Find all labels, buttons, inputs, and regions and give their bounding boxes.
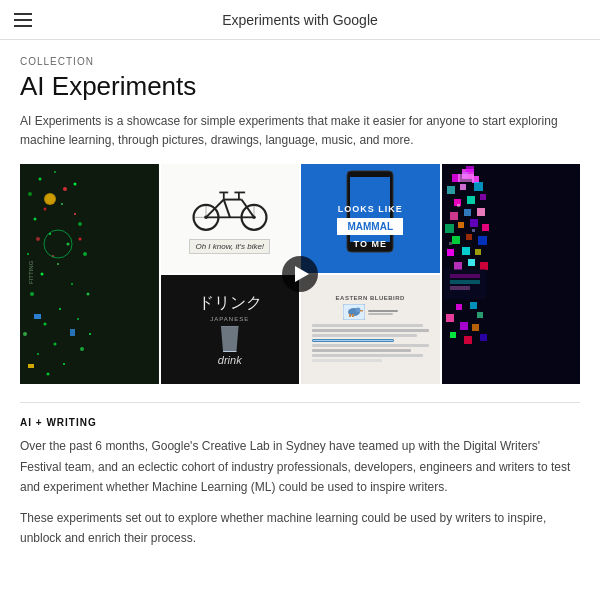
svg-point-24: [80, 347, 84, 351]
svg-rect-78: [466, 234, 472, 240]
svg-rect-75: [470, 219, 478, 227]
svg-text:FITTING: FITTING: [28, 261, 34, 285]
svg-point-18: [44, 323, 47, 326]
svg-rect-104: [458, 174, 474, 182]
svg-point-10: [27, 253, 29, 255]
svg-rect-73: [445, 224, 454, 233]
drink-cup: [219, 326, 241, 352]
svg-rect-82: [475, 249, 481, 255]
svg-rect-86: [457, 204, 460, 207]
svg-rect-68: [467, 196, 475, 204]
svg-rect-93: [456, 304, 462, 310]
svg-point-6: [34, 218, 37, 221]
svg-point-21: [89, 333, 91, 335]
svg-rect-87: [472, 229, 475, 232]
svg-point-17: [59, 308, 61, 310]
mammal-badge: MAMMAL: [337, 218, 403, 235]
svg-rect-81: [462, 247, 470, 255]
svg-point-2: [54, 171, 56, 173]
svg-rect-66: [474, 182, 483, 191]
section-tag: AI + WRITING: [20, 417, 580, 428]
media-cell-pixels: [442, 164, 581, 384]
header-title: Experiments with Google: [222, 12, 378, 28]
svg-rect-108: [360, 310, 363, 312]
svg-rect-100: [464, 336, 472, 344]
media-cell-bluebird: EASTERN BLUEBIRD: [301, 275, 440, 384]
bluebird-content: EASTERN BLUEBIRD: [301, 275, 440, 384]
svg-rect-101: [480, 334, 487, 341]
svg-point-30: [36, 237, 40, 241]
svg-point-11: [83, 252, 87, 256]
svg-point-26: [47, 373, 50, 376]
phone-content: LOOKS LIKE MAMMAL TO ME: [301, 164, 440, 273]
bike-label: Oh I know, it's bike!: [189, 239, 270, 254]
svg-rect-37: [28, 364, 34, 368]
collection-label: COLLECTION: [20, 56, 580, 67]
svg-rect-90: [450, 274, 480, 278]
svg-point-34: [45, 194, 55, 204]
svg-point-22: [54, 343, 57, 346]
drink-text: drink: [218, 354, 242, 366]
svg-rect-92: [450, 286, 470, 290]
svg-line-47: [224, 200, 230, 218]
svg-rect-97: [460, 322, 468, 330]
svg-rect-110: [352, 314, 354, 317]
svg-rect-96: [477, 312, 483, 318]
svg-line-44: [206, 200, 224, 218]
svg-point-14: [71, 283, 73, 285]
play-button[interactable]: [282, 256, 318, 292]
svg-rect-36: [70, 329, 75, 336]
svg-rect-83: [454, 262, 462, 270]
section-body-1: Over the past 6 months, Google's Creativ…: [20, 436, 580, 497]
svg-rect-70: [450, 212, 458, 220]
svg-point-23: [37, 353, 39, 355]
media-cell-phone: LOOKS LIKE MAMMAL TO ME: [301, 164, 440, 273]
svg-point-3: [28, 192, 32, 196]
svg-point-107: [355, 308, 360, 313]
page-title: AI Experiments: [20, 71, 580, 102]
svg-point-29: [74, 213, 76, 215]
svg-point-9: [67, 243, 70, 246]
svg-rect-95: [446, 314, 454, 322]
svg-line-46: [241, 200, 253, 218]
japanese-text: ドリンク: [198, 293, 262, 314]
svg-point-4: [74, 183, 77, 186]
svg-point-27: [63, 187, 67, 191]
bicycle-content: Oh I know, it's bike!: [161, 164, 300, 273]
play-triangle-icon: [295, 266, 309, 282]
svg-point-31: [79, 238, 82, 241]
media-cell-particles: FITTING: [20, 164, 159, 384]
media-grid: FITTING: [20, 164, 580, 384]
svg-rect-35: [34, 314, 41, 319]
svg-point-15: [30, 292, 34, 296]
svg-rect-103: [466, 166, 474, 172]
svg-rect-74: [458, 222, 464, 228]
svg-point-20: [23, 332, 27, 336]
svg-rect-88: [449, 242, 452, 245]
bird-label: EASTERN BLUEBIRD: [336, 295, 405, 301]
svg-rect-79: [478, 236, 487, 245]
svg-rect-94: [470, 302, 477, 309]
svg-point-5: [61, 203, 63, 205]
svg-rect-84: [468, 259, 475, 266]
bird-box: [343, 304, 398, 320]
svg-rect-99: [450, 332, 456, 338]
svg-point-12: [57, 263, 59, 265]
svg-rect-65: [460, 184, 466, 190]
svg-rect-77: [452, 236, 460, 244]
menu-icon[interactable]: [14, 13, 32, 27]
section-divider: [20, 402, 580, 403]
media-cell-drink: ドリンク JAPANESE drink: [161, 275, 300, 384]
header: Experiments with Google: [0, 0, 600, 40]
svg-rect-85: [480, 262, 488, 270]
svg-point-7: [78, 222, 82, 226]
svg-rect-69: [480, 194, 486, 200]
svg-rect-98: [472, 324, 479, 331]
svg-rect-91: [450, 280, 480, 284]
text-lines: [312, 324, 429, 364]
main-content: COLLECTION AI Experiments AI Experiments…: [0, 40, 600, 403]
svg-point-19: [77, 318, 79, 320]
svg-rect-109: [349, 314, 351, 317]
svg-rect-72: [477, 208, 485, 216]
drink-content: ドリンク JAPANESE drink: [161, 275, 300, 384]
